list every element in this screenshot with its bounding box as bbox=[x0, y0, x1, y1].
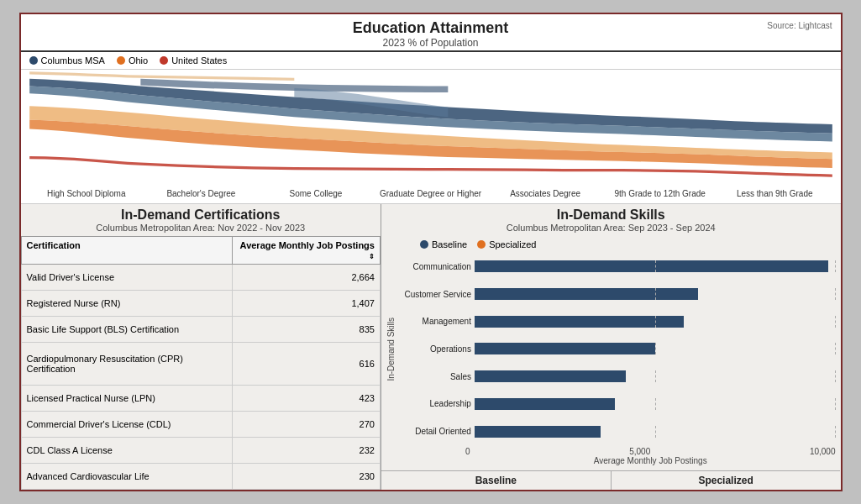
skills-footer: Baseline Specialized bbox=[381, 470, 841, 490]
us-dot bbox=[160, 56, 168, 65]
cert-postings: 835 bbox=[232, 317, 380, 343]
cert-row: Registered Nurse (RN) 1,407 bbox=[21, 291, 380, 317]
cert-postings: 616 bbox=[232, 343, 380, 386]
sankey-label-5: 9th Grade to 12th Grade bbox=[602, 189, 717, 198]
source-label: Source: Lightcast bbox=[767, 21, 832, 30]
cert-table-header-row: Certification Average Monthly Job Postin… bbox=[21, 237, 380, 265]
bar-row: Detail Oriented bbox=[399, 423, 836, 440]
bar-row: Sales bbox=[399, 368, 836, 385]
legend-us: United States bbox=[160, 55, 227, 66]
bar-container bbox=[475, 426, 836, 438]
bar-fill bbox=[475, 398, 616, 410]
bar-fill bbox=[475, 370, 626, 382]
sankey-labels: High School Diploma Bachelor's Degree So… bbox=[21, 187, 841, 200]
x-axis-ticks: 0 5,000 10,000 bbox=[465, 445, 836, 456]
skills-header: In-Demand Skills Columbus Metropolitan A… bbox=[381, 204, 841, 236]
cert-row: Licensed Practical Nurse (LPN) 423 bbox=[21, 385, 380, 411]
legend-columbus: Columbus MSA bbox=[29, 55, 105, 66]
bar-container bbox=[475, 288, 836, 300]
cert-row: Commercial Driver's License (CDL) 270 bbox=[21, 411, 380, 437]
gridline-100 bbox=[835, 316, 836, 328]
cert-postings: 270 bbox=[232, 411, 380, 437]
skills-subtitle: Columbus Metropolitan Area: Sep 2023 - S… bbox=[385, 223, 837, 233]
bar-label: Detail Oriented bbox=[399, 427, 475, 436]
gridline-50 bbox=[655, 398, 656, 410]
bar-fill bbox=[475, 316, 684, 328]
bar-row: Management bbox=[399, 313, 836, 330]
header: Education Attainment 2023 % of Populatio… bbox=[21, 14, 841, 52]
cert-postings: 230 bbox=[232, 463, 380, 489]
bar-row: Customer Service bbox=[399, 286, 836, 302]
certifications-panel: In-Demand Certifications Columbus Metrop… bbox=[21, 204, 381, 490]
x-tick-0: 0 bbox=[465, 447, 470, 456]
sankey-label-4: Associates Degree bbox=[488, 189, 603, 198]
bar-chart: Communication Customer Service Managemen… bbox=[399, 253, 836, 445]
cert-postings: 423 bbox=[232, 385, 380, 411]
cert-row: Basic Life Support (BLS) Certification 8… bbox=[21, 317, 380, 343]
bar-container bbox=[475, 343, 836, 354]
cert-name: Commercial Driver's License (CDL) bbox=[21, 411, 232, 437]
bar-row: Communication bbox=[399, 258, 836, 275]
chart-legend: Columbus MSA Ohio United States bbox=[21, 52, 841, 70]
cert-name: Licensed Practical Nurse (LPN) bbox=[21, 385, 232, 411]
cert-table: Certification Average Monthly Job Postin… bbox=[21, 236, 381, 490]
gridline-50 bbox=[655, 426, 656, 438]
gridline-100 bbox=[835, 288, 836, 300]
bar-label: Management bbox=[399, 317, 475, 326]
footer-baseline: Baseline bbox=[381, 471, 612, 490]
dashboard: Education Attainment 2023 % of Populatio… bbox=[19, 13, 843, 491]
bar-label: Communication bbox=[399, 262, 475, 271]
cert-row: Cardiopulmonary Resuscitation (CPR) Cert… bbox=[21, 343, 380, 386]
bar-row: Leadership bbox=[399, 396, 836, 412]
ohio-dot bbox=[117, 56, 125, 65]
sankey-chart: High School Diploma Bachelor's Degree So… bbox=[21, 70, 841, 204]
specialized-legend-label: Specialized bbox=[489, 239, 536, 249]
sankey-label-0: High School Diploma bbox=[29, 189, 144, 198]
cert-name: Advanced Cardiovascular Life bbox=[21, 463, 232, 489]
cert-col-header: Certification bbox=[21, 237, 232, 265]
skills-title: In-Demand Skills bbox=[385, 207, 837, 223]
bar-label: Sales bbox=[399, 372, 475, 381]
cert-name: Basic Life Support (BLS) Certification bbox=[21, 317, 232, 343]
postings-col-header: Average Monthly Job Postings ⇕ bbox=[232, 237, 380, 265]
baseline-legend-label: Baseline bbox=[432, 239, 467, 249]
columbus-dot bbox=[29, 56, 38, 65]
baseline-legend: Baseline bbox=[420, 239, 467, 249]
x-axis-label: Average Monthly Job Postings bbox=[465, 456, 836, 465]
cert-name: Valid Driver's License bbox=[21, 265, 232, 291]
bar-fill bbox=[475, 260, 828, 272]
specialized-dot bbox=[477, 240, 486, 249]
gridline-100 bbox=[835, 343, 836, 354]
x-axis-area: 0 5,000 10,000 Average Monthly Job Posti… bbox=[386, 445, 836, 470]
bar-container bbox=[475, 398, 836, 410]
legend-ohio: Ohio bbox=[117, 55, 148, 66]
sankey-label-3: Graduate Degree or Higher bbox=[373, 189, 488, 198]
sankey-label-1: Bachelor's Degree bbox=[144, 189, 259, 198]
sort-icon[interactable]: ⇕ bbox=[369, 253, 375, 260]
gridline-100 bbox=[835, 370, 836, 382]
cert-row: CDL Class A License 232 bbox=[21, 437, 380, 463]
cert-title: In-Demand Certifications bbox=[24, 207, 377, 223]
gridline-100 bbox=[835, 398, 836, 410]
bar-label: Operations bbox=[399, 344, 475, 354]
bar-container bbox=[475, 260, 836, 272]
gridline-100 bbox=[835, 260, 836, 272]
cert-name: Cardiopulmonary Resuscitation (CPR) Cert… bbox=[21, 343, 232, 386]
skills-content: Baseline Specialized In-Demand Skills Co… bbox=[381, 236, 841, 470]
skills-legend: Baseline Specialized bbox=[386, 239, 836, 249]
bar-fill bbox=[475, 426, 601, 438]
x-tick-1: 5,000 bbox=[629, 447, 650, 456]
columbus-label: Columbus MSA bbox=[41, 55, 105, 66]
bar-container bbox=[475, 316, 836, 328]
cert-postings: 232 bbox=[232, 437, 380, 463]
page-title: Education Attainment bbox=[21, 19, 841, 37]
bar-row: Operations bbox=[399, 340, 836, 357]
cert-postings: 1,407 bbox=[232, 291, 380, 317]
cert-name: CDL Class A License bbox=[21, 437, 232, 463]
skills-panel: In-Demand Skills Columbus Metropolitan A… bbox=[381, 204, 841, 490]
cert-row: Valid Driver's License 2,664 bbox=[21, 265, 380, 291]
gridline-100 bbox=[835, 426, 836, 438]
gridline-50 bbox=[655, 370, 656, 382]
bar-label: Leadership bbox=[399, 399, 475, 408]
bar-fill bbox=[475, 343, 655, 354]
